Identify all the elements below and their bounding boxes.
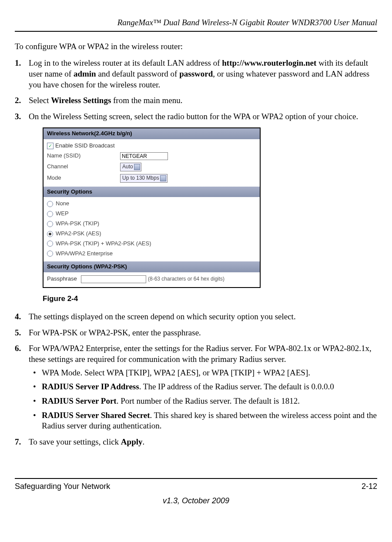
- step-bold: Apply: [121, 437, 143, 446]
- step-bold: http://www.routerlogin.net: [222, 58, 316, 67]
- option-label: None: [56, 200, 69, 207]
- name-ssid-input[interactable]: [120, 152, 168, 160]
- bullet-bold: RADIUS Server IP Address: [42, 382, 139, 391]
- step-text: Log in to the wireless router at its def…: [29, 58, 222, 67]
- step-text: For WPA/WPA2 Enterprise, enter the setti…: [29, 344, 372, 364]
- step-6: 6. For WPA/WPA2 Enterprise, enter the se…: [15, 343, 377, 432]
- step-number: 5.: [15, 328, 21, 338]
- step-text: Select: [29, 96, 51, 105]
- security-option-combo[interactable]: WPA-PSK (TKIP) + WPA2-PSK (AES): [47, 239, 256, 249]
- channel-label: Channel: [47, 163, 120, 171]
- step-text: On the Wireless Setting screen, select t…: [29, 112, 358, 121]
- enable-ssid-row: ✓ Enable SSID Broadcast: [47, 141, 256, 151]
- figure-section-security-wpa2psk: Security Options (WPA2-PSK): [44, 261, 260, 272]
- step-2: 2. Select Wireless Settings from the mai…: [15, 95, 377, 106]
- mode-row: Mode Up to 130 Mbps: [47, 173, 256, 184]
- footer-rule: [15, 478, 377, 479]
- step-1: 1. Log in to the wireless router at its …: [15, 58, 377, 90]
- step-text: The settings displayed on the screen dep…: [29, 312, 296, 321]
- figure-wireless-body: ✓ Enable SSID Broadcast Name (SSID) Chan…: [44, 139, 260, 187]
- step-text: .: [143, 437, 145, 446]
- option-label: WPA/WPA2 Enterprise: [56, 250, 113, 258]
- name-ssid-label: Name (SSID): [47, 152, 120, 160]
- figure-section-security-options: Security Options: [44, 187, 260, 197]
- figure-2-4: Wireless Network(2.4GHz b/g/n) ✓ Enable …: [43, 127, 377, 288]
- step-text: and default password of: [96, 69, 180, 78]
- mode-select[interactable]: Up to 130 Mbps: [120, 174, 168, 183]
- security-option-enterprise[interactable]: WPA/WPA2 Enterprise: [47, 249, 256, 259]
- enable-ssid-checkbox[interactable]: ✓: [47, 143, 54, 149]
- security-option-wep[interactable]: WEP: [47, 209, 256, 219]
- bullet-text: . Port number of the Radius server. The …: [117, 396, 300, 405]
- step-bold: password: [179, 69, 213, 78]
- bullet-bold: RADIUS Server Port: [42, 396, 117, 405]
- channel-row: Channel Auto: [47, 161, 256, 173]
- figure-security-body: None WEP WPA-PSK (TKIP) WPA2-PSK (AES) W…: [44, 197, 260, 261]
- footer-section-title: Safeguarding Your Network: [15, 482, 110, 492]
- radio-icon[interactable]: [47, 221, 53, 227]
- option-label: WPA2-PSK (AES): [56, 230, 101, 238]
- bullet-radius-port: RADIUS Server Port. Port number of the R…: [31, 396, 377, 407]
- intro-text: To configure WPA or WPA2 in the wireless…: [15, 41, 377, 52]
- step-5: 5. For WPA-PSK or WPA2-PSK, enter the pa…: [15, 328, 377, 338]
- step-bold: admin: [74, 69, 96, 78]
- radio-icon[interactable]: [47, 241, 53, 247]
- option-label: WPA-PSK (TKIP): [56, 220, 99, 228]
- page-footer: Safeguarding Your Network 2-12 v1.3, Oct…: [15, 478, 377, 506]
- step-3: 3. On the Wireless Setting screen, selec…: [15, 111, 377, 304]
- enable-ssid-label: Enable SSID Broadcast: [55, 142, 115, 150]
- steps-list: 1. Log in to the wireless router at its …: [15, 58, 377, 447]
- step-text: from the main menu.: [111, 96, 182, 105]
- mode-label: Mode: [47, 174, 120, 182]
- step-7: 7. To save your settings, click Apply.: [15, 437, 377, 448]
- step-bold: Wireless Settings: [51, 96, 111, 105]
- bullet-text: WPA Mode. Select WPA [TKIP], WPA2 [AES],…: [42, 368, 310, 377]
- security-option-none[interactable]: None: [47, 199, 256, 209]
- step-number: 3.: [15, 111, 21, 122]
- bullet-wpa-mode: WPA Mode. Select WPA [TKIP], WPA2 [AES],…: [31, 368, 377, 378]
- option-label: WEP: [56, 210, 69, 217]
- bullet-text: . The IP address of the Radius server. T…: [139, 382, 334, 391]
- footer-version: v1.3, October 2009: [15, 496, 377, 506]
- bullet-radius-ip: RADIUS Server IP Address. The IP address…: [31, 381, 377, 392]
- security-option-wpa2-aes[interactable]: WPA2-PSK (AES): [47, 229, 256, 239]
- header-rule: [15, 31, 377, 32]
- bullet-bold: RADIUS Server Shared Secret: [42, 411, 150, 420]
- step-number: 2.: [15, 95, 21, 106]
- footer-page-number: 2-12: [362, 482, 377, 492]
- step-number: 7.: [15, 437, 21, 448]
- step-number: 4.: [15, 311, 21, 322]
- name-ssid-row: Name (SSID): [47, 151, 256, 161]
- step-number: 6.: [15, 343, 21, 354]
- step-number: 1.: [15, 58, 21, 69]
- page-header-title: RangeMax™ Dual Band Wireless-N Gigabit R…: [15, 17, 377, 28]
- step-6-bullets: WPA Mode. Select WPA [TKIP], WPA2 [AES],…: [31, 368, 377, 432]
- passphrase-row: Passphrase (8-63 characters or 64 hex di…: [47, 274, 256, 284]
- step-text: For WPA-PSK or WPA2-PSK, enter the passp…: [29, 328, 201, 337]
- radio-icon[interactable]: [47, 251, 53, 257]
- option-label: WPA-PSK (TKIP) + WPA2-PSK (AES): [56, 240, 151, 248]
- radio-icon[interactable]: [47, 211, 53, 217]
- figure-section-wireless-network: Wireless Network(2.4GHz b/g/n): [44, 128, 260, 139]
- passphrase-input[interactable]: [81, 275, 146, 283]
- channel-select[interactable]: Auto: [120, 163, 141, 171]
- passphrase-label: Passphrase: [47, 275, 81, 283]
- step-text: To save your settings, click: [29, 437, 121, 446]
- footer-row: Safeguarding Your Network 2-12: [15, 482, 377, 492]
- passphrase-hint: (8-63 characters or 64 hex digits): [148, 276, 224, 283]
- radio-icon[interactable]: [47, 231, 53, 237]
- security-option-wpa-tkip[interactable]: WPA-PSK (TKIP): [47, 219, 256, 229]
- figure-caption: Figure 2-4: [43, 294, 377, 304]
- figure-box: Wireless Network(2.4GHz b/g/n) ✓ Enable …: [43, 127, 261, 288]
- step-4: 4. The settings displayed on the screen …: [15, 311, 377, 322]
- radio-icon[interactable]: [47, 201, 53, 207]
- bullet-radius-secret: RADIUS Server Shared Secret. This shared…: [31, 410, 377, 432]
- figure-passphrase-body: Passphrase (8-63 characters or 64 hex di…: [44, 272, 260, 287]
